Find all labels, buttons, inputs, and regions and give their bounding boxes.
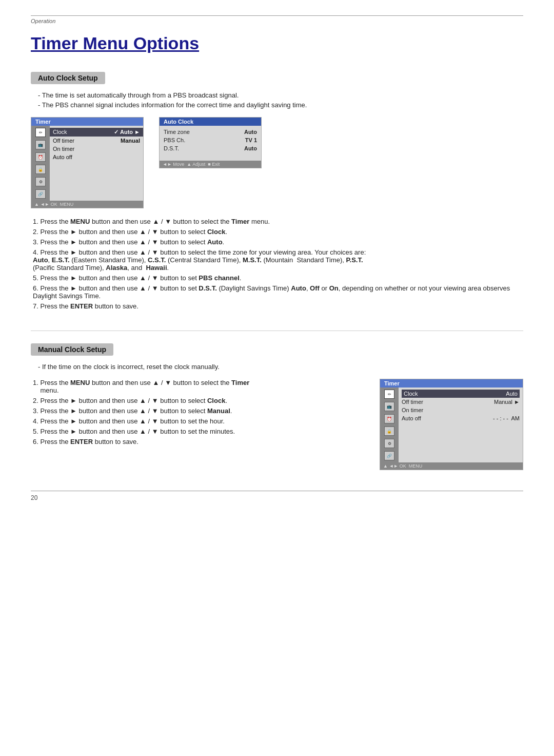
step-3-auto: Auto — [207, 238, 223, 246]
timer-menu-value-clock: ✓ Auto ► — [114, 129, 140, 135]
manual-step-6: 6. Press the ENTER button to save. — [31, 438, 369, 445]
auto-clock-key-dst: D.S.T. — [164, 145, 179, 151]
auto-clock-section: Auto Clock Setup The time is set automat… — [31, 72, 523, 310]
icon-lock: 🔒 — [35, 165, 46, 174]
manual-step-4: 4. Press the ► button and then use ▲ / ▼… — [31, 417, 369, 425]
manual-menu-row-clock: Clock Auto — [402, 390, 520, 398]
auto-clock-row-dst: D.S.T. Auto — [164, 144, 257, 152]
manual-step-2-num: 2. — [33, 397, 40, 404]
auto-clock-key-timezone: Time zone — [164, 129, 190, 135]
bottom-rule — [31, 491, 523, 491]
manual-ui-menu: Clock Auto Off timer Manual ► On timer — [399, 387, 523, 462]
icon-link: 🔗 — [35, 189, 46, 199]
manual-clock-content: 1. Press the MENU button and then use ▲ … — [31, 379, 523, 470]
section-divider — [31, 331, 523, 331]
manual-ui-box: Timer ✏ 📺 ⏰ 🔒 ⚙ 🔗 Clock — [380, 379, 523, 470]
auto-clock-header: Auto Clock Setup — [31, 72, 105, 84]
step-7: 7. Press the ENTER button to save. — [31, 302, 523, 310]
manual-clock-steps: 1. Press the MENU button and then use ▲ … — [31, 379, 369, 445]
manual-icon-lock: 🔒 — [384, 427, 394, 436]
auto-clock-bullets: The time is set automatically through fr… — [31, 91, 523, 109]
step-5-num: 5. — [33, 274, 40, 282]
manual-clock-header: Manual Clock Setup — [31, 343, 113, 356]
manual-menu-label-ontimer: On timer — [402, 407, 423, 413]
manual-step-3-num: 3. — [33, 407, 40, 415]
timer-ui-box: Timer ✏ 📺 ⏰ 🔒 ⚙ 🔗 Clock ✓ Auto ► — [31, 117, 144, 208]
timer-menu-row-clock: Clock ✓ Auto ► — [50, 128, 143, 137]
manual-icon-clock: ⏰ — [384, 414, 394, 423]
manual-step-3: 3. Press the ► button and then use ▲ / ▼… — [31, 407, 369, 415]
auto-clock-key-pbsch: PBS Ch. — [164, 137, 185, 143]
step-4-num: 4. — [33, 248, 40, 256]
timer-menu-label-autooff: Auto off — [53, 154, 72, 160]
manual-menu-label-autooff: Auto off — [402, 415, 421, 421]
step-5: 5. Press the ► button and then use ▲ / ▼… — [31, 274, 523, 282]
page-title: Timer Menu Options — [31, 33, 523, 53]
auto-clock-val-dst: Auto — [244, 145, 257, 151]
auto-clock-row-pbsch: PBS Ch. TV 1 — [164, 136, 257, 144]
icon-settings: ⚙ — [35, 177, 46, 186]
manual-step-1: 1. Press the MENU button and then use ▲ … — [31, 379, 369, 394]
auto-clock-val-pbsch: TV 1 — [245, 137, 257, 143]
auto-clock-steps: 1. Press the MENU button and then use ▲ … — [31, 218, 523, 310]
timer-ui-title: Timer — [31, 118, 143, 126]
manual-step-4-num: 4. — [33, 417, 40, 425]
manual-menu-value-clock: Auto — [506, 391, 518, 397]
manual-ui-footer: ▲ ◄► OK MENU — [380, 462, 523, 470]
step-3: 3. Press the ► button and then use ▲ / ▼… — [31, 238, 523, 246]
manual-clock-bullets: If the time on the clock is incorrect, r… — [31, 363, 523, 371]
manual-icon-pencil: ✏ — [384, 390, 394, 399]
manual-ui-body: ✏ 📺 ⏰ 🔒 ⚙ 🔗 Clock Auto — [380, 387, 523, 462]
manual-menu-value-autooff: - - : - - AM — [493, 415, 520, 421]
manual-step-1-num: 1. — [33, 379, 40, 386]
timer-menu-row-autooff: Auto off — [53, 153, 140, 161]
step-4-choices: Auto — [33, 256, 48, 264]
step-2-num: 2. — [33, 228, 40, 236]
auto-clock-ui-body: Time zone Auto PBS Ch. TV 1 D.S.T. Auto — [160, 126, 261, 161]
step-1-timer: Timer — [231, 218, 249, 225]
bullet-item: The time is set automatically through fr… — [33, 91, 523, 99]
auto-clock-ui-title: Auto Clock — [160, 118, 261, 126]
timer-ui-icons: ✏ 📺 ⏰ 🔒 ⚙ 🔗 — [31, 126, 50, 201]
timer-ui-footer: ▲ ◄► OK MENU — [31, 201, 143, 208]
manual-step-2-clock: Clock — [207, 397, 225, 404]
manual-bullet: If the time on the clock is incorrect, r… — [33, 363, 523, 371]
step-7-enter: ENTER — [70, 302, 93, 310]
manual-ui-title: Timer — [380, 379, 523, 387]
operation-label: Operation — [31, 18, 523, 24]
timer-menu-row-ontimer: On timer — [53, 145, 140, 153]
manual-ui-col: Timer ✏ 📺 ⏰ 🔒 ⚙ 🔗 Clock — [380, 379, 523, 470]
manual-menu-row-autooff: Auto off - - : - - AM — [402, 414, 520, 422]
step-1-num: 1. — [33, 218, 40, 225]
auto-clock-ui-box: Auto Clock Time zone Auto PBS Ch. TV 1 D… — [159, 117, 262, 168]
timer-ui-body: ✏ 📺 ⏰ 🔒 ⚙ 🔗 Clock ✓ Auto ► Off ti — [31, 126, 143, 201]
manual-step-2: 2. Press the ► button and then use ▲ / ▼… — [31, 397, 369, 404]
step-3-num: 3. — [33, 238, 40, 246]
timer-menu-label-offtimer: Off timer — [53, 138, 74, 144]
top-rule — [31, 15, 523, 16]
auto-clock-val-timezone: Auto — [244, 129, 257, 135]
manual-icon-settings: ⚙ — [384, 439, 394, 448]
manual-menu-row-offtimer: Off timer Manual ► — [402, 398, 520, 406]
manual-clock-section: Manual Clock Setup If the time on the cl… — [31, 343, 523, 470]
step-6-num: 6. — [33, 284, 40, 292]
timer-menu-label-clock: Clock — [53, 129, 67, 135]
manual-menu-row-ontimer: On timer — [402, 406, 520, 414]
manual-step-6-num: 6. — [33, 438, 40, 445]
step-7-num: 7. — [33, 302, 40, 310]
manual-step-6-enter: ENTER — [70, 438, 93, 445]
auto-clock-row-timezone: Time zone Auto — [164, 128, 257, 136]
icon-tv: 📺 — [35, 140, 46, 149]
icon-pencil: ✏ — [35, 128, 46, 137]
timer-menu-row-offtimer: Off timer Manual — [53, 137, 140, 145]
manual-step-1-timer: Timer — [231, 379, 249, 386]
icon-clock: ⏰ — [35, 152, 46, 162]
step-4: 4. Press the ► button and then use ▲ / ▼… — [31, 248, 523, 272]
auto-clock-footer: ◄► Move ▲ Adjust ■ Exit — [160, 161, 261, 168]
manual-step-5: 5. Press the ► button and then use ▲ / ▼… — [31, 428, 369, 435]
auto-clock-ui-row: Timer ✏ 📺 ⏰ 🔒 ⚙ 🔗 Clock ✓ Auto ► — [31, 117, 523, 208]
timer-ui-menu: Clock ✓ Auto ► Off timer Manual On timer — [50, 126, 143, 201]
manual-icon-tv: 📺 — [384, 402, 394, 411]
step-2: 2. Press the ► button and then use ▲ / ▼… — [31, 228, 523, 236]
step-6: 6. Press the ► button and then use ▲ / ▼… — [31, 284, 523, 300]
